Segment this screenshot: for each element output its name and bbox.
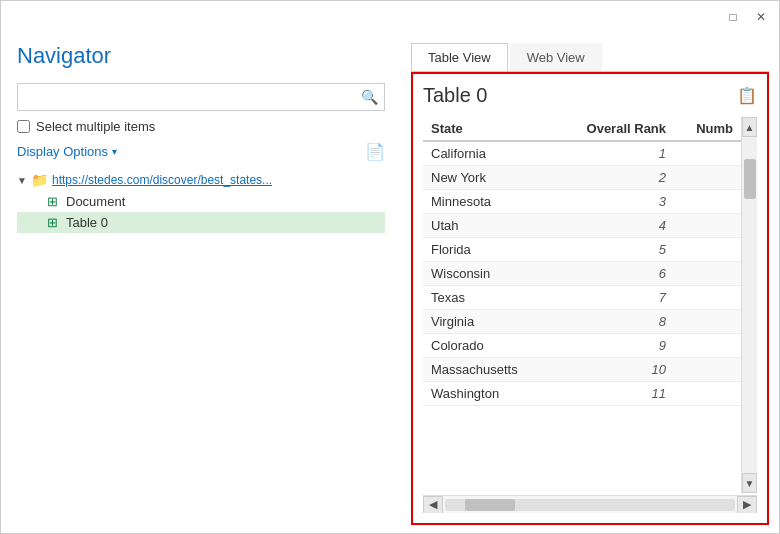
search-input[interactable] — [24, 90, 361, 105]
cell-rank: 7 — [553, 286, 674, 310]
table-row: Wisconsin 6 — [423, 262, 741, 286]
cell-rank: 8 — [553, 310, 674, 334]
cell-numb — [674, 358, 741, 382]
scroll-track[interactable] — [742, 137, 757, 473]
cell-state: Texas — [423, 286, 553, 310]
table-export-icon: 📋 — [737, 87, 757, 104]
cell-rank: 2 — [553, 166, 674, 190]
table-export-button[interactable]: 📋 — [737, 86, 757, 105]
cell-numb — [674, 334, 741, 358]
cell-state: Virginia — [423, 310, 553, 334]
display-options-button[interactable]: Display Options ▾ — [17, 144, 117, 159]
table-row: Washington 11 — [423, 382, 741, 406]
table-row: Utah 4 — [423, 214, 741, 238]
col-header-rank: Overall Rank — [553, 117, 674, 141]
titlebar: □ ✕ — [1, 1, 779, 33]
select-multiple-checkbox[interactable] — [17, 120, 30, 133]
horizontal-scrollbar[interactable]: ◀ ▶ — [423, 495, 757, 513]
tree: ▼ 📁 https://stedes.com/discover/best_sta… — [17, 169, 385, 525]
tab-web-view[interactable]: Web View — [510, 43, 602, 71]
table-header-row: Table 0 📋 — [423, 84, 757, 107]
maximize-button[interactable]: □ — [723, 7, 743, 27]
tree-node-document[interactable]: ⊞ Document — [17, 191, 385, 212]
cell-state: Utah — [423, 214, 553, 238]
tree-arrow-icon: ▼ — [17, 175, 27, 186]
tabs: Table View Web View — [411, 43, 769, 72]
scroll-right-arrow[interactable]: ▶ — [737, 496, 757, 514]
page-title: Navigator — [17, 43, 385, 69]
cell-numb — [674, 382, 741, 406]
table-label: Table 0 — [66, 215, 108, 230]
search-box[interactable]: 🔍 — [17, 83, 385, 111]
table-row: Colorado 9 — [423, 334, 741, 358]
table-row: Texas 7 — [423, 286, 741, 310]
display-options-row: Display Options ▾ 📄 — [17, 142, 385, 161]
table-row: Virginia 8 — [423, 310, 741, 334]
cell-rank: 11 — [553, 382, 674, 406]
right-panel: Table View Web View Table 0 📋 — [401, 33, 779, 534]
cell-numb — [674, 262, 741, 286]
h-scroll-track[interactable] — [445, 499, 735, 511]
cell-rank: 9 — [553, 334, 674, 358]
cell-state: Wisconsin — [423, 262, 553, 286]
chevron-down-icon: ▾ — [112, 146, 117, 157]
cell-state: New York — [423, 166, 553, 190]
document-table-icon: ⊞ — [47, 194, 58, 209]
table-row: Minnesota 3 — [423, 190, 741, 214]
cell-numb — [674, 310, 741, 334]
cell-numb — [674, 214, 741, 238]
table-view-box: Table 0 📋 State Overall Rank N — [411, 72, 769, 525]
scroll-down-arrow[interactable]: ▼ — [742, 473, 757, 493]
cell-state: Washington — [423, 382, 553, 406]
export-icon-button[interactable]: 📄 — [365, 142, 385, 161]
table-row: Massachusetts 10 — [423, 358, 741, 382]
cell-rank: 6 — [553, 262, 674, 286]
col-header-state: State — [423, 117, 553, 141]
cell-rank: 1 — [553, 141, 674, 166]
url-label: https://stedes.com/discover/best_states.… — [52, 173, 272, 187]
cell-state: Massachusetts — [423, 358, 553, 382]
left-panel: Navigator 🔍 Select multiple items Displa… — [1, 33, 401, 534]
export-icon: 📄 — [365, 143, 385, 160]
tab-table-view[interactable]: Table View — [411, 43, 508, 71]
tree-node-table0[interactable]: ⊞ Table 0 — [17, 212, 385, 233]
cell-numb — [674, 238, 741, 262]
cell-state: Colorado — [423, 334, 553, 358]
cell-numb — [674, 166, 741, 190]
table-icon: ⊞ — [47, 215, 58, 230]
table-view-title: Table 0 — [423, 84, 488, 107]
scroll-left-arrow[interactable]: ◀ — [423, 496, 443, 514]
cell-numb — [674, 190, 741, 214]
table-row: Florida 5 — [423, 238, 741, 262]
close-button[interactable]: ✕ — [751, 7, 771, 27]
vertical-scrollbar[interactable]: ▲ ▼ — [741, 117, 757, 493]
cell-numb — [674, 141, 741, 166]
data-table-container: State Overall Rank Numb California 1 New… — [423, 117, 757, 513]
table-row: California 1 — [423, 141, 741, 166]
data-table-scroll: State Overall Rank Numb California 1 New… — [423, 117, 757, 493]
display-options-label: Display Options — [17, 144, 108, 159]
folder-icon: 📁 — [31, 172, 48, 188]
document-label: Document — [66, 194, 125, 209]
cell-state: California — [423, 141, 553, 166]
scroll-thumb[interactable] — [744, 159, 756, 199]
select-multiple-row: Select multiple items — [17, 119, 385, 134]
h-scroll-thumb[interactable] — [465, 499, 515, 511]
main-container: Navigator 🔍 Select multiple items Displa… — [1, 33, 779, 534]
cell-rank: 4 — [553, 214, 674, 238]
select-multiple-label: Select multiple items — [36, 119, 155, 134]
search-icon: 🔍 — [361, 89, 378, 105]
scroll-up-arrow[interactable]: ▲ — [742, 117, 757, 137]
cell-state: Minnesota — [423, 190, 553, 214]
cell-numb — [674, 286, 741, 310]
cell-rank: 3 — [553, 190, 674, 214]
tree-node-url[interactable]: ▼ 📁 https://stedes.com/discover/best_sta… — [17, 169, 385, 191]
table-row: New York 2 — [423, 166, 741, 190]
cell-state: Florida — [423, 238, 553, 262]
cell-rank: 5 — [553, 238, 674, 262]
col-header-numb: Numb — [674, 117, 741, 141]
cell-rank: 10 — [553, 358, 674, 382]
data-table: State Overall Rank Numb California 1 New… — [423, 117, 741, 406]
